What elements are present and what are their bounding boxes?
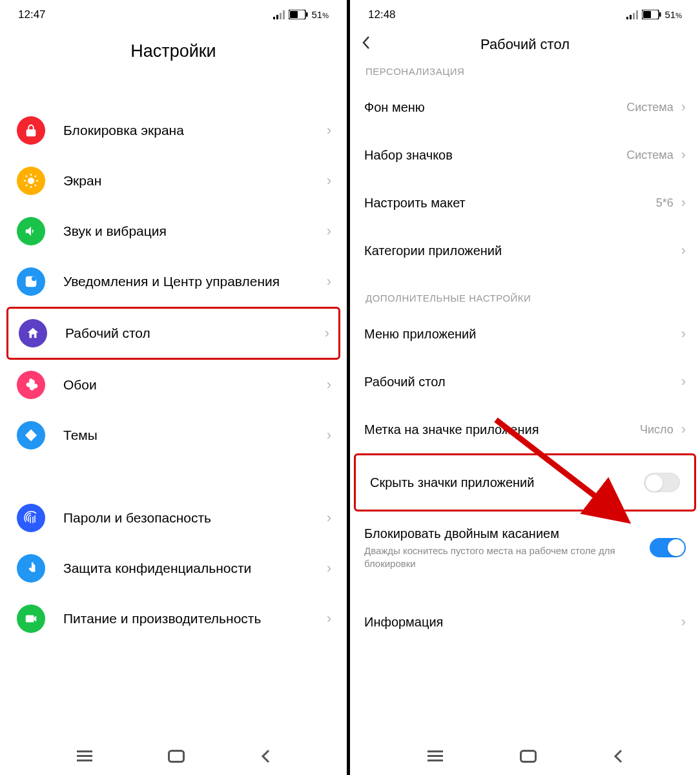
settings-row-label: Рабочий стол	[65, 325, 325, 342]
setting-row[interactable]: Настроить макет 5*6 ›	[350, 179, 700, 227]
settings-row[interactable]: Питание и производительность ›	[6, 594, 340, 644]
setting-value: Система	[626, 101, 674, 114]
setting-label: Набор значков	[364, 147, 626, 163]
settings-row-label: Экран	[63, 172, 327, 189]
signal-icon	[626, 10, 638, 19]
settings-row[interactable]: Темы ›	[6, 410, 340, 460]
information-row[interactable]: Информация ›	[350, 598, 700, 646]
page-title: Настройки	[130, 41, 216, 61]
settings-row[interactable]: Обои ›	[6, 360, 340, 410]
setting-label: Рабочий стол	[364, 374, 681, 390]
setting-row[interactable]: Меню приложений ›	[350, 310, 700, 358]
svg-rect-25	[633, 13, 635, 19]
svg-rect-3	[283, 10, 285, 19]
setting-row[interactable]: Категории приложений ›	[350, 227, 700, 274]
status-time: 12:48	[368, 8, 396, 21]
chevron-right-icon: ›	[327, 223, 331, 240]
setting-label: Меню приложений	[364, 326, 681, 342]
settings-row-label: Темы	[63, 427, 327, 444]
svg-rect-1	[276, 15, 278, 19]
double-tap-lock-toggle[interactable]	[650, 538, 686, 557]
settings-row[interactable]: Экран ›	[6, 156, 340, 206]
settings-row[interactable]: Блокировка экрана ›	[6, 105, 340, 156]
settings-row[interactable]: Защита конфиденциальности ›	[6, 543, 340, 594]
svg-line-15	[35, 176, 36, 177]
setting-label: Настроить макет	[364, 195, 656, 211]
nav-recent-icon[interactable]	[77, 750, 92, 762]
setting-label: Категории приложений	[364, 243, 681, 259]
chevron-right-icon: ›	[327, 610, 331, 627]
hide-app-icons-toggle[interactable]	[644, 473, 680, 492]
chevron-right-icon: ›	[327, 510, 331, 526]
lock-icon	[17, 116, 45, 145]
notif-icon	[17, 267, 45, 296]
section-header-personalization: ПЕРСОНАЛИЗАЦИЯ	[350, 62, 700, 83]
svg-line-12	[26, 176, 27, 177]
setting-label: Метка на значке приложения	[364, 422, 640, 438]
setting-row[interactable]: Метка на значке приложения Число ›	[350, 406, 700, 453]
settings-row-label: Звук и вибрация	[63, 223, 327, 240]
speaker-icon	[17, 217, 45, 245]
home-icon	[19, 319, 47, 347]
information-label: Информация	[364, 614, 681, 630]
chevron-right-icon: ›	[327, 273, 331, 290]
settings-row[interactable]: Пароли и безопасность ›	[6, 493, 340, 543]
status-bar: 12:47 51%	[0, 0, 347, 26]
settings-row-label: Защита конфиденциальности	[63, 560, 327, 577]
svg-rect-32	[427, 760, 443, 761]
hand-icon	[17, 554, 45, 583]
svg-rect-2	[280, 13, 282, 19]
settings-row-label: Уведомления и Центр управления	[63, 273, 327, 290]
svg-point-7	[28, 178, 34, 184]
settings-row[interactable]: Звук и вибрация ›	[6, 206, 340, 256]
settings-list[interactable]: Блокировка экрана › Экран › Звук и вибра…	[0, 82, 347, 738]
sun-icon	[17, 167, 45, 195]
svg-rect-5	[290, 11, 298, 18]
setting-row[interactable]: Фон меню Система ›	[350, 83, 700, 131]
nav-back-icon[interactable]	[261, 749, 270, 763]
camera-icon	[17, 604, 45, 633]
chevron-right-icon: ›	[681, 242, 686, 259]
chevron-right-icon: ›	[681, 326, 686, 342]
settings-row[interactable]: Уведомления и Центр управления ›	[6, 256, 340, 307]
chevron-right-icon: ›	[327, 172, 331, 189]
nav-home-icon[interactable]	[520, 750, 537, 763]
settings-row[interactable]: Рабочий стол ›	[6, 307, 340, 360]
svg-rect-0	[273, 17, 275, 19]
nav-home-icon[interactable]	[168, 750, 185, 763]
hide-app-icons-row[interactable]: Скрыть значки приложений	[354, 453, 696, 512]
svg-rect-31	[427, 755, 443, 757]
svg-rect-30	[427, 750, 443, 752]
nav-recent-icon[interactable]	[427, 750, 443, 762]
setting-value: 5*6	[656, 196, 674, 210]
section-header-additional: ДОПОЛНИТЕЛЬНЫЕ НАСТРОЙКИ	[350, 289, 700, 310]
settings-row-label: Питание и производительность	[63, 610, 327, 627]
svg-rect-24	[630, 15, 632, 19]
chevron-right-icon: ›	[681, 373, 686, 390]
back-button[interactable]	[362, 35, 371, 55]
desktop-settings-screen: 12:48 51% Рабочий стол ПЕРСОНАЛИЗАЦИЯ Фо…	[350, 0, 700, 775]
svg-rect-19	[77, 750, 92, 752]
finger-icon	[17, 504, 45, 532]
settings-row-label: Блокировка экрана	[63, 122, 327, 139]
chevron-right-icon: ›	[327, 560, 331, 577]
chevron-right-icon: ›	[681, 194, 686, 211]
nav-bar	[350, 738, 700, 775]
svg-rect-6	[306, 12, 308, 17]
double-tap-lock-sub: Дважды коснитесь пустого места на рабоче…	[364, 544, 650, 570]
status-bar: 12:48 51%	[350, 0, 700, 26]
double-tap-lock-row[interactable]: Блокировать двойным касанием Дважды косн…	[350, 512, 700, 584]
nav-back-icon[interactable]	[613, 749, 623, 763]
svg-rect-20	[77, 755, 92, 757]
setting-value: Система	[626, 149, 674, 162]
svg-rect-26	[636, 10, 638, 19]
page-title: Рабочий стол	[480, 36, 570, 53]
settings-screen: 12:47 51% Настройки Блокировка экрана › …	[0, 0, 350, 775]
svg-rect-21	[77, 760, 92, 761]
setting-row[interactable]: Рабочий стол ›	[350, 358, 700, 406]
chevron-right-icon: ›	[327, 427, 331, 444]
chevron-right-icon: ›	[681, 99, 686, 116]
double-tap-lock-label: Блокировать двойным касанием	[364, 526, 650, 542]
settings-row-label: Обои	[63, 377, 327, 393]
setting-row[interactable]: Набор значков Система ›	[350, 131, 700, 179]
